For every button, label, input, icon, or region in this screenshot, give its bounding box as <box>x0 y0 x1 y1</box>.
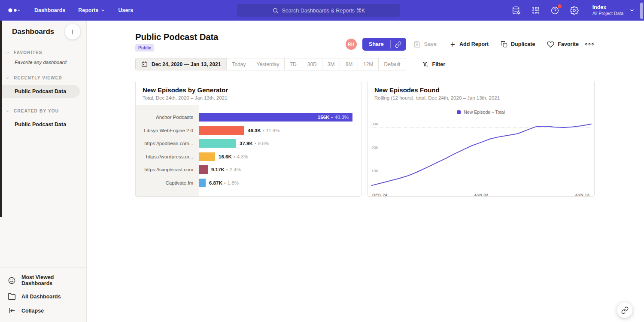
project-name: Index <box>592 4 623 11</box>
bar-segment[interactable] <box>199 152 215 161</box>
chart-legend: New Episode – Total <box>368 108 594 116</box>
bar-chart-card: New Episodes by Generator Total, Dec 24t… <box>135 81 361 197</box>
sidebar-title: Dashboards <box>12 27 54 36</box>
bar-value-label: 6.87K•1.8% <box>209 180 239 185</box>
bar-segment[interactable] <box>199 126 244 135</box>
add-report-button[interactable]: Add Report <box>450 41 489 48</box>
chevron-down-icon <box>6 109 10 113</box>
plus-icon <box>450 41 456 48</box>
line-plot[interactable]: 10K20K30K <box>371 116 591 190</box>
bar-category-label: https://simplecast.com <box>136 167 199 172</box>
help-icon[interactable] <box>550 6 560 15</box>
nav-users[interactable]: Users <box>118 7 133 13</box>
bar-value-label: 16.6K•4.3% <box>219 154 248 159</box>
search-input[interactable]: Search Dashboards & Reports ⌘K <box>237 4 400 17</box>
sidebar-footer: Most Viewed Dashboards All Dashboards Co… <box>0 267 86 322</box>
bar-value-label: 37.9K•9.8% <box>240 141 269 146</box>
bar-row: Captivate.fm6.87K•1.8% <box>136 176 361 190</box>
sidebar-item-public-podcast-data-created[interactable]: Public Podcast Data <box>0 118 80 131</box>
date-preset-12m[interactable]: 12M <box>358 58 378 70</box>
chevron-down-icon <box>100 8 105 13</box>
bar-chart-subtitle: Total, Dec 24th, 2020 – Jan 13th, 2021 <box>143 95 354 100</box>
line-chart-subtitle: Rolling (12 hours), total, Dec 24th, 202… <box>374 95 587 100</box>
most-viewed-dashboards-label: Most Viewed Dashboards <box>21 274 86 286</box>
date-preset-default[interactable]: Default <box>378 58 405 70</box>
date-preset-yesterday[interactable]: Yesterday <box>251 58 284 70</box>
date-preset-30d[interactable]: 30D <box>302 58 322 70</box>
smiley-icon <box>8 276 16 285</box>
date-range-picker[interactable]: Dec 24, 2020 — Jan 13, 2021 <box>136 58 226 70</box>
date-preset-today[interactable]: Today <box>226 58 251 70</box>
settings-gear-icon[interactable] <box>570 6 579 15</box>
nav-reports[interactable]: Reports <box>78 7 105 13</box>
bar-rows: Anchor Podcasts156K•40.3%Libsyn WebEngin… <box>136 105 361 189</box>
legend-swatch <box>457 110 461 114</box>
sidebar-item-public-podcast-data[interactable]: Public Podcast Data <box>0 85 80 98</box>
section-recently-viewed-header[interactable]: RECENTLY VIEWED <box>0 76 86 80</box>
folder-icon <box>8 292 16 301</box>
more-actions-button[interactable] <box>585 42 594 46</box>
section-recently-viewed-label: RECENTLY VIEWED <box>14 76 62 80</box>
save-button[interactable]: Save <box>413 41 437 48</box>
add-dashboard-button[interactable] <box>65 24 80 39</box>
sidebar-section-recently-viewed: RECENTLY VIEWED Public Podcast Data <box>0 76 86 98</box>
favorite-label: Favorite <box>558 41 579 47</box>
x-axis-tick: JAN 13 <box>575 192 589 197</box>
share-button[interactable]: Share <box>362 38 406 51</box>
plus-icon <box>70 29 76 35</box>
app-logo-icon[interactable] <box>8 7 23 13</box>
bar-segment[interactable] <box>199 179 206 187</box>
search-icon <box>272 7 279 14</box>
link-icon <box>395 41 401 48</box>
bar-row: https://simplecast.com9.17K•2.4% <box>136 163 361 176</box>
bar-category-label: Captivate.fm <box>136 180 199 185</box>
duplicate-icon <box>501 41 507 48</box>
date-preset-7d[interactable]: 7D <box>284 58 301 70</box>
scrollbar-thumb[interactable] <box>640 3 643 19</box>
heart-icon <box>547 41 554 48</box>
bar-segment[interactable]: 156K•40.3% <box>199 113 352 122</box>
sidebar: Dashboards FAVORITES Favorite any dashbo… <box>0 21 87 322</box>
share-link-fab[interactable] <box>617 302 633 318</box>
duplicate-label: Duplicate <box>511 41 535 47</box>
filter-button[interactable]: Filter <box>422 61 446 68</box>
favorites-empty-hint: Favorite any dashboard <box>0 60 86 65</box>
bar-segment[interactable] <box>199 165 208 174</box>
bar-chart-title: New Episodes by Generator <box>143 86 354 94</box>
date-preset-3m[interactable]: 3M <box>322 58 340 70</box>
sidebar-section-favorites: FAVORITES Favorite any dashboard <box>0 50 86 65</box>
favorite-button[interactable]: Favorite <box>547 41 579 48</box>
data-management-icon[interactable] <box>512 6 521 15</box>
nav-dashboards[interactable]: Dashboards <box>34 7 65 13</box>
project-switcher[interactable]: Index All Project Data <box>592 4 635 17</box>
collapse-sidebar-button[interactable]: Collapse <box>0 304 86 318</box>
section-favorites-header[interactable]: FAVORITES <box>0 50 86 55</box>
collapse-label: Collapse <box>21 308 44 314</box>
filter-label: Filter <box>432 61 446 67</box>
save-label: Save <box>424 41 437 47</box>
date-preset-6m[interactable]: 6M <box>340 58 358 70</box>
most-viewed-dashboards-button[interactable]: Most Viewed Dashboards <box>0 271 86 289</box>
public-badge: Public <box>135 44 154 52</box>
nav-reports-label: Reports <box>78 7 98 13</box>
chevron-down-icon <box>6 76 10 80</box>
chevron-down-icon <box>6 51 10 55</box>
topbar: Dashboards Reports Users Search Dashboar… <box>0 0 644 21</box>
bar-value-label: 9.17K•2.4% <box>211 167 241 172</box>
bar-value-label: 46.3K•11.9% <box>248 128 279 133</box>
duplicate-button[interactable]: Duplicate <box>501 41 535 48</box>
share-link-button[interactable] <box>391 38 406 51</box>
notification-dot <box>558 4 562 8</box>
page-title: Public Podcast Data <box>135 32 218 42</box>
x-axis: DEC 24JAN 03JAN 13 <box>368 190 594 197</box>
x-axis-tick: DEC 24 <box>372 192 387 197</box>
section-created-by-you-header[interactable]: CREATED BY YOU <box>0 109 86 113</box>
date-presets: TodayYesterday7D30D3M6M12MDefault <box>226 58 405 70</box>
save-icon <box>413 41 421 48</box>
avatar[interactable]: RH <box>346 39 357 50</box>
bar-row: Libsyn WebEngine 2.046.3K•11.9% <box>136 124 361 137</box>
bar-segment[interactable] <box>199 139 236 148</box>
all-dashboards-button[interactable]: All Dashboards <box>0 289 86 304</box>
apps-grid-icon[interactable] <box>531 6 541 15</box>
sidebar-section-created-by-you: CREATED BY YOU Public Podcast Data <box>0 109 86 131</box>
